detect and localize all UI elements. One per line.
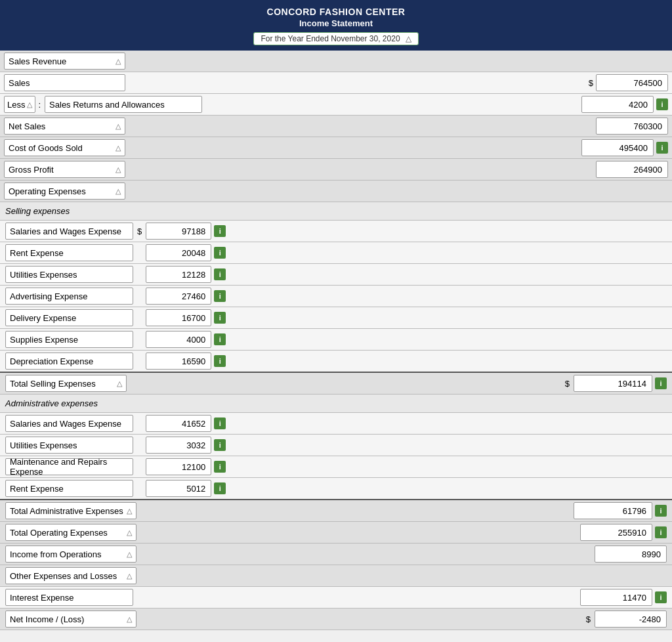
total-selling-info[interactable]: i [655, 377, 667, 389]
selling-supplies-value-field[interactable]: 4000 [146, 331, 211, 348]
operating-expenses-label: Operating Expenses [9, 186, 116, 196]
selling-salaries-row: Salaries and Wages Expense $ 97188 i [0, 221, 672, 242]
net-sales-label: Net Sales [9, 121, 116, 131]
selling-salaries-value-field[interactable]: 97188 [146, 223, 211, 240]
sales-returns-info[interactable]: i [656, 98, 668, 110]
selling-delivery-value-field[interactable]: 16700 [146, 309, 211, 326]
selling-supplies-info[interactable]: i [214, 333, 226, 345]
total-admin-info[interactable]: i [655, 505, 667, 517]
selling-advertising-info[interactable]: i [214, 290, 226, 302]
selling-depreciation-field[interactable]: Depreciation Expense [5, 353, 133, 370]
total-operating-value-field[interactable]: 255910 [580, 524, 652, 541]
selling-advertising-field[interactable]: Advertising Expense [5, 288, 133, 305]
gross-profit-field[interactable]: Gross Profit △ [4, 161, 125, 178]
selling-supplies-field[interactable]: Supplies Expense [5, 331, 133, 348]
admin-utilities-value-field[interactable]: 3032 [146, 437, 211, 454]
admin-rent-value-field[interactable]: 5012 [146, 480, 211, 497]
selling-utilities-info[interactable]: i [214, 268, 226, 280]
net-income-field[interactable]: Net Income / (Loss) △ [5, 610, 136, 628]
admin-rent-value: 5012 [186, 484, 205, 494]
admin-salaries-value-field[interactable]: 41652 [146, 415, 211, 432]
admin-maintenance-value-field[interactable]: 12100 [146, 458, 211, 475]
cogs-info[interactable]: i [656, 142, 668, 154]
cogs-value-field[interactable]: 495400 [581, 139, 654, 156]
selling-delivery-info[interactable]: i [214, 312, 226, 324]
total-admin-field[interactable]: Total Administrative Expenses △ [5, 502, 136, 519]
selling-salaries-field[interactable]: Salaries and Wages Expense [5, 223, 133, 240]
selling-depreciation-label: Depreciation Expense [10, 356, 93, 366]
selling-advertising-value: 27460 [182, 291, 205, 301]
admin-utilities-value: 3032 [186, 440, 205, 450]
selling-delivery-field[interactable]: Delivery Expense [5, 309, 133, 326]
income-operations-field[interactable]: Income from Operations △ [5, 546, 136, 563]
selling-depreciation-info[interactable]: i [214, 355, 226, 367]
selling-advertising-value-field[interactable]: 27460 [146, 288, 211, 305]
selling-utilities-label: Utilities Expenses [10, 270, 77, 280]
admin-rent-row: Rent Expense $ 5012 i [0, 478, 672, 500]
period-text: For the Year Ended November 30, 2020 [261, 34, 400, 43]
cogs-field[interactable]: Cost of Goods Sold △ [4, 139, 125, 156]
selling-rent-label: Rent Expense [10, 248, 64, 258]
total-operating-field[interactable]: Total Operating Expenses △ [5, 524, 136, 541]
income-operations-label: Income from Operations [10, 549, 127, 559]
admin-salaries-label: Salaries and Wages Expense [10, 419, 121, 429]
operating-expenses-field[interactable]: Operating Expenses △ [4, 182, 125, 200]
net-sales-value-field[interactable]: 760300 [596, 118, 668, 135]
total-admin-value-field[interactable]: 61796 [574, 502, 652, 519]
admin-utilities-info[interactable]: i [214, 439, 226, 451]
selling-salaries-info[interactable]: i [214, 225, 226, 237]
gross-profit-label: Gross Profit [9, 165, 116, 175]
cogs-row: Cost of Goods Sold △ 495400 i [0, 137, 672, 159]
admin-rent-field[interactable]: Rent Expense [5, 480, 133, 497]
admin-maintenance-field[interactable]: Maintenance and Repairs Expense [5, 458, 133, 475]
sales-returns-value-field[interactable]: 4200 [581, 96, 654, 113]
interest-expense-info[interactable]: i [655, 591, 667, 603]
sales-value: 764500 [634, 78, 662, 88]
admin-salaries-info[interactable]: i [214, 417, 226, 429]
admin-salaries-row: Salaries and Wages Expense $ 41652 i [0, 413, 672, 435]
income-operations-value-field[interactable]: 8990 [595, 546, 667, 563]
total-admin-row: Total Administrative Expenses △ 61796 i [0, 500, 672, 522]
total-operating-info[interactable]: i [655, 526, 667, 538]
interest-expense-field[interactable]: Interest Expense [5, 589, 133, 606]
gross-profit-value-field[interactable]: 264900 [596, 161, 668, 178]
selling-depreciation-value-field[interactable]: 16590 [146, 353, 211, 370]
income-operations-value: 8990 [642, 549, 661, 559]
less-field[interactable]: Less △ [4, 96, 35, 113]
company-name: CONCORD FASHION CENTER [0, 7, 672, 17]
selling-advertising-row: Advertising Expense $ 27460 i [0, 286, 672, 307]
admin-salaries-field[interactable]: Salaries and Wages Expense [5, 415, 133, 432]
interest-expense-row: Interest Expense 11470 i [0, 587, 672, 609]
admin-maintenance-info[interactable]: i [214, 461, 226, 473]
selling-utilities-value-field[interactable]: 12128 [146, 266, 211, 283]
sales-revenue-field[interactable]: Sales Revenue △ [4, 53, 125, 70]
net-income-arrow: △ [127, 615, 132, 624]
selling-rent-info[interactable]: i [214, 247, 226, 259]
income-operations-arrow: △ [127, 550, 132, 559]
total-selling-value-field[interactable]: 194114 [574, 375, 652, 392]
selling-rent-value-field[interactable]: 20048 [146, 244, 211, 261]
sales-returns-value: 4200 [629, 100, 648, 110]
sales-value-field[interactable]: 764500 [596, 74, 668, 91]
total-operating-arrow: △ [127, 528, 132, 537]
sales-label: Sales [9, 78, 30, 88]
admin-rent-info[interactable]: i [214, 482, 226, 494]
net-income-value-field[interactable]: -2480 [595, 610, 667, 628]
selling-utilities-field[interactable]: Utilities Expenses [5, 266, 133, 283]
selling-salaries-label: Salaries and Wages Expense [10, 226, 121, 236]
sales-account-field[interactable]: Sales [4, 74, 125, 91]
selling-rent-field[interactable]: Rent Expense [5, 244, 133, 261]
period-selector[interactable]: For the Year Ended November 30, 2020 △ [253, 32, 418, 45]
selling-supplies-label: Supplies Expense [10, 335, 78, 345]
selling-delivery-label: Delivery Expense [10, 313, 76, 323]
report-title: Income Statement [0, 18, 672, 28]
admin-utilities-field[interactable]: Utilities Expenses [5, 437, 133, 454]
total-operating-label: Total Operating Expenses [10, 528, 127, 538]
sales-returns-field[interactable]: Sales Returns and Allowances [45, 96, 202, 113]
interest-expense-value: 11470 [623, 593, 646, 603]
interest-expense-value-field[interactable]: 11470 [580, 589, 652, 606]
total-selling-field[interactable]: Total Selling Expenses △ [5, 375, 127, 392]
other-expenses-field[interactable]: Other Expenses and Losses △ [5, 567, 136, 584]
net-sales-field[interactable]: Net Sales △ [4, 118, 125, 135]
net-sales-row: Net Sales △ 760300 [0, 116, 672, 137]
